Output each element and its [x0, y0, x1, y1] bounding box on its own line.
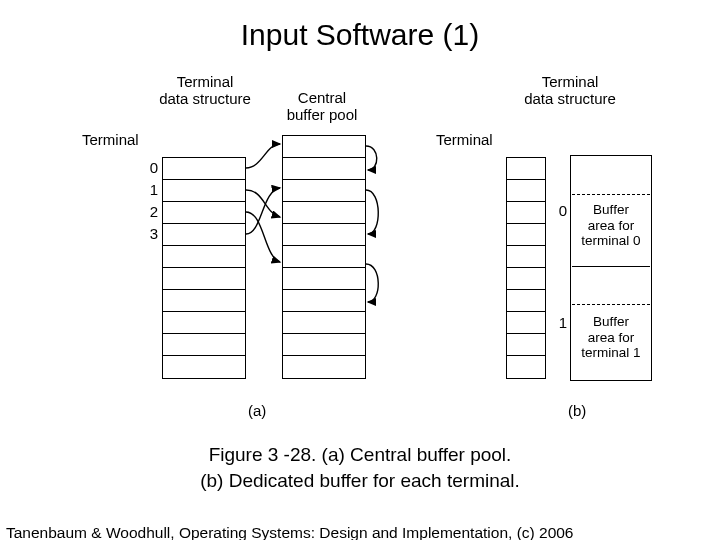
table-row	[163, 268, 245, 290]
table-row	[163, 246, 245, 268]
index-2: 2	[144, 203, 158, 220]
table-row	[283, 180, 365, 202]
table-row	[507, 180, 545, 202]
table-row	[507, 290, 545, 312]
table-row	[163, 290, 245, 312]
buffer-area: Buffer area for terminal 0 Buffer area f…	[570, 155, 652, 381]
table-row	[283, 224, 365, 246]
table-row	[283, 136, 365, 158]
label-central-pool: Central buffer pool	[272, 90, 372, 123]
table-row	[507, 224, 545, 246]
buffer-label-0: Buffer area for terminal 0	[575, 202, 647, 249]
table-row	[507, 334, 545, 356]
stack-terminal-a	[162, 157, 246, 379]
caption-line-2: (b) Dedicated buffer for each terminal.	[200, 470, 520, 491]
table-row	[283, 356, 365, 378]
table-row	[507, 246, 545, 268]
table-row	[163, 202, 245, 224]
index-0: 0	[144, 159, 158, 176]
dashed-divider	[572, 304, 650, 305]
diagram-canvas: Terminal data structure Central buffer p…	[0, 62, 720, 442]
label-terminal-ds-a: Terminal data structure	[145, 74, 265, 107]
table-row	[283, 158, 365, 180]
stack-buffer-pool	[282, 135, 366, 379]
table-row	[507, 312, 545, 334]
solid-divider	[572, 266, 650, 267]
dashed-divider	[572, 194, 650, 195]
buffer-label-1: Buffer area for terminal 1	[575, 314, 647, 361]
table-row	[507, 158, 545, 180]
footer-citation: Tanenbaum & Woodhull, Operating Systems:…	[6, 524, 574, 540]
label-terminal-b: Terminal	[436, 132, 493, 149]
figure-caption: Figure 3 -28. (a) Central buffer pool. (…	[0, 442, 720, 493]
index-1: 1	[144, 181, 158, 198]
table-row	[163, 356, 245, 378]
table-row	[507, 268, 545, 290]
right-index-1: 1	[553, 314, 567, 331]
part-a: (a)	[248, 402, 266, 419]
part-b: (b)	[568, 402, 586, 419]
table-row	[507, 202, 545, 224]
table-row	[163, 312, 245, 334]
right-index-0: 0	[553, 202, 567, 219]
table-row	[283, 290, 365, 312]
table-row	[163, 180, 245, 202]
table-row	[283, 312, 365, 334]
caption-line-1: Figure 3 -28. (a) Central buffer pool.	[209, 444, 512, 465]
label-terminal-ds-b: Terminal data structure	[510, 74, 630, 107]
label-terminal-a: Terminal	[82, 132, 139, 149]
table-row	[283, 202, 365, 224]
stack-terminal-b	[506, 157, 546, 379]
index-3: 3	[144, 225, 158, 242]
table-row	[283, 246, 365, 268]
page-title: Input Software (1)	[0, 18, 720, 52]
table-row	[283, 334, 365, 356]
table-row	[163, 158, 245, 180]
table-row	[163, 334, 245, 356]
table-row	[507, 356, 545, 378]
table-row	[163, 224, 245, 246]
table-row	[283, 268, 365, 290]
